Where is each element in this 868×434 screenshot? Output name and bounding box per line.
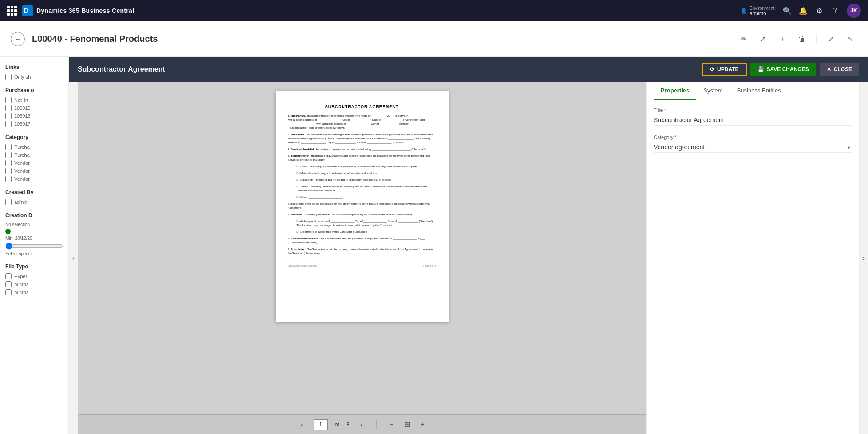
filter-106017[interactable]: 106017 <box>5 121 63 127</box>
filter-notlinked[interactable]: Not lin <box>5 97 63 103</box>
only-show-checkbox[interactable] <box>5 74 12 80</box>
minimize-icon[interactable]: ⤡ <box>843 32 857 46</box>
page-prev-button[interactable]: ‹ <box>297 419 307 430</box>
update-icon: ⟳ <box>710 66 714 72</box>
close-button[interactable]: ✕ CLOSE <box>820 63 859 76</box>
notlinked-checkbox[interactable] <box>5 97 12 103</box>
title-label: Title * <box>654 108 852 113</box>
search-icon[interactable]: 🔍 <box>783 6 792 15</box>
links-section: Links Only sh <box>5 64 63 80</box>
tab-business-entities[interactable]: Business Entities <box>730 82 788 100</box>
divider <box>816 34 817 44</box>
delete-icon[interactable]: 🗑 <box>795 32 809 46</box>
admin-checkbox[interactable] <box>5 199 12 205</box>
app-title: Dynamics 365 Business Central <box>36 7 134 14</box>
total-pages: 8 <box>347 422 350 428</box>
document-panel: Subcontractor Agreement ⟳ UPDATE 💾 SAVE … <box>69 57 868 434</box>
filter-admin[interactable]: admin <box>5 199 63 205</box>
doc-paragraph-2: 2. The Client. The Subcontractor acknowl… <box>288 133 436 145</box>
document-title: Subcontractor Agreement <box>78 65 697 73</box>
purcha1-checkbox[interactable] <box>5 144 12 150</box>
doc-paragraph-5: 5. Location. The primary location for th… <box>288 213 436 217</box>
date-min-value: Min: 20/12/20 <box>5 236 63 241</box>
purchase-section: Purchase o Not lin 106015 106016 106017 <box>5 87 63 127</box>
106016-checkbox[interactable] <box>5 113 12 119</box>
sidebar: Links Only sh Purchase o Not lin 106015 … <box>0 57 69 434</box>
doc-item-other: □ · Other: _______________________ <box>297 195 436 199</box>
doc-item-equipment: □ · Equipment – Including, but not limit… <box>297 178 436 182</box>
creation-date-title: Creation D <box>5 212 63 219</box>
created-by-title: Created By <box>5 189 63 195</box>
created-by-section: Created By admin <box>5 189 63 205</box>
title-input[interactable] <box>654 115 852 126</box>
purcha2-checkbox[interactable] <box>5 152 12 158</box>
filter-vendor2[interactable]: Vendor <box>5 168 63 174</box>
category-section: Category Purcha Purcha Vendor Vendor Ven… <box>5 134 63 182</box>
tab-properties[interactable]: Properties <box>654 82 696 100</box>
filter-vendor1[interactable]: Vendor <box>5 160 63 166</box>
tab-system[interactable]: System <box>696 82 730 100</box>
filter-106016[interactable]: 106016 <box>5 113 63 119</box>
filter-purcha1[interactable]: Purcha <box>5 144 63 150</box>
106015-checkbox[interactable] <box>5 105 12 111</box>
divider <box>376 420 377 429</box>
panel-toggle-button[interactable]: › <box>69 82 78 434</box>
category-select[interactable]: Vendor agreement Purchase order Contract <box>654 142 852 153</box>
edit-icon[interactable]: ✏ <box>736 32 750 46</box>
106017-checkbox[interactable] <box>5 121 12 127</box>
doc-paragraph-7: 7. Completion. The Subcontractor will be… <box>288 247 436 255</box>
user-avatar[interactable]: JK <box>847 4 861 18</box>
dynamics-logo: D <box>22 5 33 16</box>
vendor3-checkbox[interactable] <box>5 176 12 182</box>
right-panel-toggle-button[interactable]: › <box>859 82 868 434</box>
save-changes-button[interactable]: 💾 SAVE CHANGES <box>750 63 816 76</box>
doc-item-materials: □ · Materials – Including, but not limit… <box>297 171 436 175</box>
filter-106015[interactable]: 106015 <box>5 105 63 111</box>
title-field: Title * <box>654 108 852 126</box>
filter-hyperlink[interactable]: Hyperl <box>5 273 63 279</box>
date-dot <box>5 229 11 234</box>
date-slider[interactable] <box>5 243 63 250</box>
document-body: 1. The Parties. This Subcontractor Agree… <box>288 114 436 255</box>
page-next-button[interactable]: › <box>357 419 366 430</box>
update-button[interactable]: ⟳ UPDATE <box>702 63 746 76</box>
doc-location-later: □ · Determined at a later time by the Co… <box>297 230 436 234</box>
share-icon[interactable]: ↗ <box>756 32 770 46</box>
document-viewer: SUBCONTRACTOR AGREEMENT 1. The Parties. … <box>78 82 646 434</box>
settings-icon[interactable]: ⚙ <box>815 6 824 15</box>
only-show-filter[interactable]: Only sh <box>5 74 63 80</box>
filter-micros2[interactable]: Micros <box>5 289 63 295</box>
person-icon: 👤 <box>741 8 747 14</box>
document-page-area: SUBCONTRACTOR AGREEMENT 1. The Parties. … <box>78 82 646 414</box>
save-icon: 💾 <box>758 66 764 72</box>
fit-page-button[interactable]: ⊞ <box>402 418 412 430</box>
back-button[interactable]: ← <box>11 32 25 46</box>
filter-micros1[interactable]: Micros <box>5 281 63 287</box>
environment-info: 👤 Environment: erdemo <box>741 6 776 16</box>
zoom-in-button[interactable]: + <box>419 419 426 430</box>
micros1-checkbox[interactable] <box>5 281 12 287</box>
close-icon: ✕ <box>827 66 831 72</box>
zoom-out-button[interactable]: − <box>387 419 395 430</box>
document-toolbar-bottom: ‹ of 8 › − ⊞ + <box>78 414 646 434</box>
help-icon[interactable]: ? <box>831 6 840 15</box>
filter-vendor3[interactable]: Vendor <box>5 176 63 182</box>
app-brand: D Dynamics 365 Business Central <box>22 5 134 16</box>
micros2-checkbox[interactable] <box>5 289 12 295</box>
add-icon[interactable]: + <box>775 32 789 46</box>
main-area: Links Only sh Purchase o Not lin 106015 … <box>0 57 868 434</box>
filter-purcha2[interactable]: Purcha <box>5 152 63 158</box>
creation-date-section: Creation D No selection Min: 20/12/20 Se… <box>5 212 63 256</box>
hyperlink-checkbox[interactable] <box>5 273 12 279</box>
doc-item-labor: □ · Labor – Including, but not limited t… <box>297 165 436 169</box>
doc-location-specific: □ · At the specific location of ________… <box>297 219 436 227</box>
expand-icon[interactable]: ⤢ <box>824 32 838 46</box>
vendor1-checkbox[interactable] <box>5 160 12 166</box>
svg-text:D: D <box>24 7 28 14</box>
document-content-wrapper: › SUBCONTRACTOR AGREEMENT 1. The Parties… <box>69 82 868 434</box>
document-heading: SUBCONTRACTOR AGREEMENT <box>288 104 436 110</box>
page-number-input[interactable] <box>314 419 328 430</box>
vendor2-checkbox[interactable] <box>5 168 12 174</box>
grid-menu-icon[interactable] <box>7 6 17 16</box>
notifications-icon[interactable]: 🔔 <box>799 6 808 15</box>
